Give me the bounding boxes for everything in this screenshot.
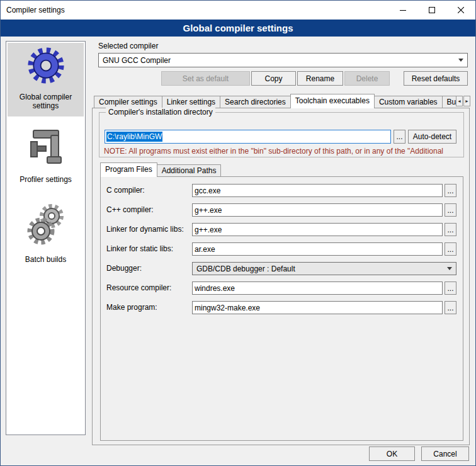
tab-toolchain-executables[interactable]: Toolchain executables: [290, 94, 375, 108]
resource-compiler-browse-button[interactable]: ...: [445, 281, 456, 295]
tab-scroll-left-button[interactable]: ◄: [456, 96, 463, 106]
profiler-tool-icon: [28, 127, 64, 167]
field-row-c-compiler: C compiler: ...: [101, 184, 463, 197]
tab-custom-variables[interactable]: Custom variables: [374, 96, 443, 108]
make-program-label: Make program:: [106, 303, 157, 312]
field-row-dynamic-linker: Linker for dynamic libs: ...: [101, 223, 463, 236]
program-files-tab-strip: Program Files Additional Paths: [100, 162, 221, 177]
install-dir-browse-button[interactable]: ...: [394, 130, 405, 144]
auto-detect-button[interactable]: Auto-detect: [408, 130, 456, 144]
static-linker-input[interactable]: [192, 242, 443, 256]
tab-search-directories[interactable]: Search directories: [220, 96, 291, 108]
make-program-browse-button[interactable]: ...: [445, 301, 456, 314]
gray-gears-icon: [26, 202, 66, 247]
dialog-header: Global compiler settings: [1, 20, 475, 37]
debugger-value: GDB/CDB debugger : Default: [196, 264, 445, 273]
sidebar-item-global-compiler-settings[interactable]: Global compiler settings: [8, 43, 84, 116]
set-as-default-button: Set as default: [161, 71, 250, 86]
cancel-button[interactable]: Cancel: [421, 446, 469, 461]
rename-button[interactable]: Rename: [297, 71, 343, 86]
ok-button[interactable]: OK: [369, 446, 415, 461]
static-linker-label: Linker for static libs:: [106, 244, 173, 253]
title-bar: Compiler settings: [1, 1, 475, 20]
reset-defaults-button[interactable]: Reset defaults: [404, 71, 468, 86]
settings-tab-strip: Compiler settings Linker settings Search…: [94, 94, 456, 108]
make-program-input[interactable]: [192, 301, 443, 314]
install-dir-input[interactable]: C:\raylib\MinGW: [105, 130, 391, 144]
chevron-down-icon: [447, 267, 452, 270]
install-dir-note: NOTE: All programs must exist either in …: [104, 147, 468, 156]
maximize-button[interactable]: [417, 1, 446, 20]
compiler-settings-dialog: Compiler settings Global compiler settin…: [0, 0, 476, 466]
close-button[interactable]: [446, 1, 475, 20]
sidebar-item-batch-builds[interactable]: Batch builds: [8, 198, 84, 270]
tab-compiler-settings[interactable]: Compiler settings: [94, 96, 162, 108]
minimize-icon: [400, 7, 406, 13]
tab-linker-settings[interactable]: Linker settings: [162, 96, 220, 108]
maximize-icon: [429, 7, 435, 13]
field-row-static-linker: Linker for static libs: ...: [101, 242, 463, 256]
minimize-button[interactable]: [388, 1, 417, 20]
cpp-compiler-label: C++ compiler:: [106, 205, 154, 214]
toolchain-executables-panel: Compiler's installation directory C:\ray…: [92, 108, 470, 445]
copy-button[interactable]: Copy: [251, 71, 296, 86]
field-row-make-program: Make program: ...: [101, 301, 463, 314]
cpp-compiler-input[interactable]: [192, 203, 443, 217]
debugger-select[interactable]: GDB/CDB debugger : Default: [192, 262, 456, 275]
close-icon: [458, 7, 464, 13]
static-linker-browse-button[interactable]: ...: [445, 242, 456, 256]
field-row-resource-compiler: Resource compiler: ...: [101, 281, 463, 295]
dynamic-linker-input[interactable]: [192, 223, 443, 236]
subtab-program-files[interactable]: Program Files: [100, 162, 157, 177]
dialog-header-title: Global compiler settings: [183, 23, 293, 33]
c-compiler-label: C compiler:: [106, 186, 145, 195]
blue-gear-icon: [27, 47, 65, 84]
window-controls: [388, 1, 475, 20]
field-row-debugger: Debugger: GDB/CDB debugger : Default: [101, 262, 463, 275]
cpp-compiler-browse-button[interactable]: ...: [445, 203, 456, 217]
resource-compiler-label: Resource compiler:: [106, 283, 171, 292]
selected-compiler-label: Selected compiler: [98, 42, 158, 50]
field-row-cpp-compiler: C++ compiler: ...: [101, 203, 463, 217]
chevron-down-icon: [458, 59, 463, 62]
program-files-panel: C compiler: ... C++ compiler: ... Linker…: [100, 176, 463, 441]
resource-compiler-input[interactable]: [192, 281, 443, 295]
subtab-additional-paths[interactable]: Additional Paths: [157, 164, 222, 176]
install-dir-selected-text: C:\raylib\MinGW: [106, 132, 162, 142]
delete-button: Delete: [344, 71, 390, 86]
sidebar-item-label: Global compiler settings: [9, 93, 82, 110]
c-compiler-input[interactable]: [192, 184, 443, 197]
sidebar-item-profiler-settings[interactable]: Profiler settings: [8, 123, 84, 190]
c-compiler-browse-button[interactable]: ...: [445, 184, 456, 197]
sidebar-item-label: Profiler settings: [20, 175, 72, 184]
window-title: Compiler settings: [1, 6, 65, 14]
dynamic-linker-browse-button[interactable]: ...: [445, 223, 456, 236]
tab-build-options[interactable]: Build: [442, 96, 456, 108]
sidebar-item-label: Batch builds: [25, 255, 66, 264]
dynamic-linker-label: Linker for dynamic libs:: [106, 225, 184, 234]
settings-sidebar: Global compiler settings Profiler settin…: [6, 41, 86, 435]
debugger-label: Debugger:: [106, 264, 142, 273]
selected-compiler-dropdown[interactable]: GNU GCC Compiler: [98, 53, 468, 67]
selected-compiler-value: GNU GCC Compiler: [103, 56, 456, 65]
installation-directory-group-label: Compiler's installation directory: [106, 108, 215, 116]
tab-scroll-right-button[interactable]: ►: [463, 96, 470, 106]
